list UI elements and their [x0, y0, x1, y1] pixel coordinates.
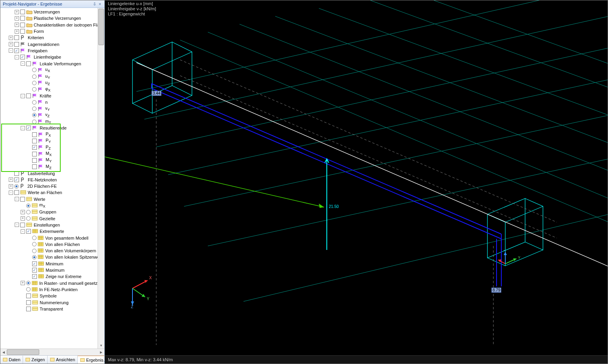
tree-checkbox[interactable] — [26, 229, 31, 234]
expand-icon[interactable]: + — [9, 42, 13, 46]
tree-item[interactable]: -Werte — [0, 196, 104, 202]
pin-icon[interactable]: ⇩ — [92, 2, 97, 7]
tree-item[interactable]: +Lagerreaktionen — [0, 41, 104, 47]
tree-checkbox[interactable] — [32, 145, 37, 150]
tree-radio[interactable] — [32, 81, 36, 85]
tree-item[interactable]: -Werte an Flächen — [0, 189, 104, 196]
tree-radio[interactable] — [32, 74, 36, 79]
tree-item[interactable]: mX — [0, 202, 104, 209]
tree-checkbox[interactable] — [26, 126, 31, 130]
tree-radio[interactable] — [32, 113, 36, 117]
tree-checkbox[interactable] — [20, 55, 25, 59]
tree-radio[interactable] — [14, 184, 19, 189]
tree-checkbox[interactable] — [20, 197, 25, 202]
collapse-icon[interactable]: - — [15, 197, 19, 201]
expand-icon[interactable]: + — [9, 184, 13, 189]
tree-radio[interactable] — [32, 255, 36, 259]
model-viewport[interactable]: Liniengelenke u-x [mm] Linienfreigabe v-… — [105, 0, 608, 364]
tree-checkbox[interactable] — [32, 139, 37, 143]
collapse-icon[interactable]: - — [21, 61, 25, 66]
tree-checkbox[interactable] — [20, 223, 25, 227]
tree-checkbox[interactable] — [32, 164, 37, 169]
collapse-icon[interactable]: - — [21, 94, 25, 98]
horizontal-scrollbar[interactable]: ◀ ▶ — [0, 349, 104, 355]
collapse-icon[interactable]: - — [9, 191, 13, 195]
tree-checkbox[interactable] — [20, 29, 25, 34]
expand-icon[interactable]: + — [21, 216, 25, 221]
tree-item[interactable]: Nummerierung — [0, 299, 104, 305]
tree-checkbox[interactable] — [26, 93, 31, 98]
scroll-down-icon[interactable]: ▼ — [98, 342, 104, 349]
tree-item[interactable]: uZ — [0, 80, 104, 86]
scroll-right-icon[interactable]: ▶ — [98, 351, 104, 354]
collapse-icon[interactable]: - — [21, 229, 25, 234]
tree-radio[interactable] — [26, 204, 31, 208]
tree-checkbox[interactable] — [32, 158, 37, 163]
tree-item[interactable]: PX — [0, 131, 104, 138]
tree-item[interactable]: -Linienfreigabe — [0, 54, 104, 60]
scroll-thumb[interactable] — [98, 9, 104, 45]
tree-item[interactable]: +Gruppen — [0, 209, 104, 215]
tree-item[interactable]: Von allen Flächen — [0, 241, 104, 248]
collapse-icon[interactable]: - — [15, 55, 19, 59]
tree-item[interactable]: Minimum — [0, 261, 104, 267]
tree-item[interactable]: uY — [0, 73, 104, 80]
tab-zeigen[interactable]: Zeigen — [23, 356, 48, 364]
expand-icon[interactable]: + — [21, 210, 25, 214]
tree-item[interactable]: Maximum — [0, 267, 104, 273]
tree-checkbox[interactable] — [14, 35, 19, 40]
scroll-left-icon[interactable]: ◀ — [0, 351, 7, 354]
tree-radio[interactable] — [32, 68, 36, 72]
tree-item[interactable]: +Charakteristiken der isotropen Fläc — [0, 22, 104, 28]
close-icon[interactable]: × — [97, 2, 103, 6]
tree-item[interactable]: In FE-Netz-Punkten — [0, 286, 104, 293]
tab-ergebnisse[interactable]: Ergebnis… — [78, 355, 104, 364]
tree-checkbox[interactable] — [14, 48, 19, 53]
collapse-icon[interactable]: - — [15, 223, 19, 227]
scroll-thumb-h[interactable] — [7, 349, 39, 355]
tree-item[interactable]: -Resultierende — [0, 125, 104, 131]
tab-daten[interactable]: Daten — [0, 356, 23, 364]
tree-item[interactable]: -Lokale Verformungen — [0, 60, 104, 67]
tree-checkbox[interactable] — [32, 261, 37, 266]
tree-item[interactable]: Zeige nur Extreme — [0, 273, 104, 280]
tree-item[interactable]: -Einstellungen — [0, 222, 104, 228]
collapse-icon[interactable]: - — [21, 126, 25, 130]
collapse-icon[interactable]: - — [9, 48, 13, 53]
tree-item[interactable]: Von allen lokalen Spitzenwe — [0, 254, 104, 260]
tree-item[interactable]: MX — [0, 151, 104, 157]
tree-checkbox[interactable] — [14, 171, 19, 176]
tree-checkbox[interactable] — [14, 177, 19, 182]
tree-item[interactable]: +Verzerrungen — [0, 9, 104, 15]
tree-checkbox[interactable] — [32, 132, 37, 137]
navigator-tree[interactable]: +Verzerrungen+Plastische Verzerrungen+Ch… — [0, 8, 104, 349]
expand-icon[interactable]: + — [21, 281, 25, 285]
tree-item[interactable]: +Plastische Verzerrungen — [0, 15, 104, 21]
tree-checkbox[interactable] — [26, 293, 31, 298]
tree-checkbox[interactable] — [20, 16, 25, 21]
tree-item[interactable]: Transparent — [0, 306, 104, 312]
tree-item[interactable]: PY — [0, 138, 104, 144]
tree-item[interactable]: +Kriterien — [0, 34, 104, 41]
expand-icon[interactable]: + — [15, 29, 19, 34]
tree-checkbox[interactable] — [20, 10, 25, 14]
tree-item[interactable]: n — [0, 99, 104, 105]
tree-radio[interactable] — [26, 287, 31, 292]
tree-radio[interactable] — [26, 281, 31, 285]
tree-item[interactable]: -Kräfte — [0, 93, 104, 99]
tree-item[interactable]: +In Raster- und manuell gesetzte — [0, 280, 104, 286]
tree-radio[interactable] — [32, 236, 36, 240]
tree-radio[interactable] — [32, 120, 36, 124]
tree-checkbox[interactable] — [26, 61, 31, 66]
tree-item[interactable]: Von gesamtem Modell — [0, 234, 104, 241]
tree-radio[interactable] — [32, 100, 36, 105]
tree-checkbox[interactable] — [32, 274, 37, 279]
tree-item[interactable]: Von allen Volumenkörpern — [0, 248, 104, 254]
expand-icon[interactable]: + — [9, 36, 13, 40]
tree-radio[interactable] — [32, 107, 36, 111]
tree-item[interactable]: MY — [0, 157, 104, 164]
tree-radio[interactable] — [32, 249, 36, 253]
expand-icon[interactable]: + — [15, 23, 19, 27]
tree-item[interactable]: φX — [0, 86, 104, 93]
tree-checkbox[interactable] — [26, 300, 31, 305]
